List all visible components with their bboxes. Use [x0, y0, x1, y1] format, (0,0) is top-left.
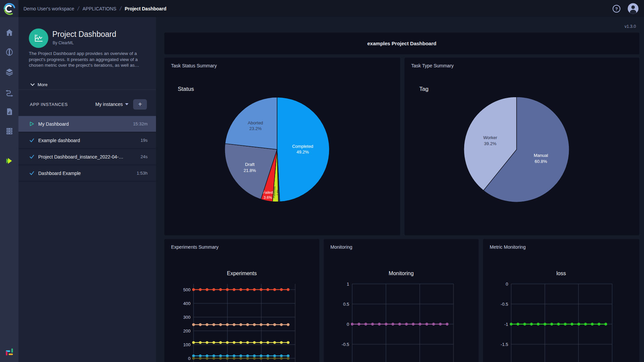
- instance-name: My Dashboard: [38, 121, 130, 127]
- breadcrumb: Demo User's workspace / APPLICATIONS / P…: [23, 0, 166, 17]
- line-chart-title: Monitoring: [324, 270, 479, 277]
- instances-header-label: APP INSTANCES: [30, 102, 95, 107]
- instances-filter-label: My instances: [95, 102, 123, 107]
- card-monitoring: Monitoring Monitoring 10.50-0.5: [324, 239, 479, 362]
- instances-filter-dropdown[interactable]: My instances: [95, 102, 128, 107]
- card-title: Monitoring: [330, 244, 352, 250]
- banner-title: examples Project Dashboard: [367, 41, 436, 46]
- loss-line-chart[interactable]: 0-0.5-1-1.5: [483, 279, 638, 362]
- dashboard-banner: examples Project Dashboard: [164, 33, 639, 54]
- svg-text:0: 0: [506, 282, 508, 287]
- avatar[interactable]: [628, 3, 639, 14]
- completed-check-icon: [30, 138, 34, 142]
- pipelines-icon[interactable]: [5, 88, 14, 97]
- card-task-status-summary: Task Status Summary Status Completed49.2…: [164, 58, 400, 235]
- app-byline: By ClearML: [53, 41, 74, 45]
- instance-time: 1:53h: [137, 171, 148, 176]
- tag-pie-chart[interactable]: Manual60.8%Worker39.2%: [405, 58, 639, 235]
- applications-icon-active[interactable]: [5, 157, 14, 165]
- app-description: The Project Dashboard app provides an ov…: [29, 51, 147, 68]
- breadcrumb-separator: /: [77, 5, 80, 12]
- svg-text:1: 1: [347, 282, 349, 287]
- more-label: More: [38, 82, 48, 87]
- card-metric-monitoring: Metric Monitoring loss 0-0.5-1-1.5: [483, 239, 639, 362]
- panel-divider: [18, 89, 156, 90]
- breadcrumb-workspace[interactable]: Demo User's workspace: [23, 6, 74, 11]
- app-chart-glyph-icon: [33, 33, 44, 44]
- completed-check-icon: [30, 171, 34, 175]
- instance-row[interactable]: My Dashboard 15:32m: [18, 116, 156, 132]
- caret-down-icon: [125, 103, 128, 105]
- projects-brain-icon[interactable]: [5, 48, 14, 56]
- line-chart-title: loss: [483, 270, 639, 277]
- experiments-line-chart[interactable]: 5004003002001000: [164, 279, 319, 362]
- instance-name: Project Dashboard_instance_2022-04-…: [38, 154, 137, 160]
- app-title: Project Dashboard: [52, 30, 116, 39]
- add-instance-button[interactable]: +: [133, 99, 147, 110]
- svg-text:?: ?: [615, 6, 618, 11]
- svg-text:-1: -1: [504, 322, 508, 327]
- instance-name: Dashboard Example: [38, 171, 133, 176]
- svg-text:400: 400: [183, 301, 191, 306]
- more-toggle[interactable]: More: [31, 82, 48, 87]
- instance-time: 24s: [141, 154, 148, 159]
- svg-text:-0.5: -0.5: [501, 302, 508, 307]
- svg-text:-0.5: -0.5: [342, 342, 349, 347]
- svg-text:0.5: 0.5: [343, 302, 349, 307]
- instance-time: 19s: [141, 138, 148, 143]
- line-chart-title: Experiments: [164, 270, 319, 277]
- card-title: Metric Monitoring: [490, 244, 526, 250]
- monitoring-line-chart[interactable]: 10.50-0.5: [324, 279, 479, 362]
- svg-text:-1.5: -1.5: [501, 342, 508, 347]
- help-icon[interactable]: ?: [612, 4, 621, 13]
- svg-text:500: 500: [183, 287, 191, 292]
- svg-text:200: 200: [183, 328, 191, 334]
- svg-text:300: 300: [183, 315, 191, 320]
- running-play-icon: [30, 122, 34, 126]
- app-panel: Project Dashboard By ClearML The Project…: [18, 17, 156, 362]
- top-bar: Demo User's workspace / APPLICATIONS / P…: [0, 0, 644, 17]
- card-experiments-summary: Experiments Summary Experiments 50040030…: [164, 239, 319, 362]
- home-icon[interactable]: [5, 28, 14, 37]
- instances-list: My Dashboard 15:32m Example dashboard 19…: [18, 116, 156, 182]
- slack-icon[interactable]: [5, 347, 14, 357]
- card-title: Experiments Summary: [171, 244, 219, 250]
- completed-check-icon: [30, 155, 34, 159]
- svg-text:0: 0: [347, 322, 349, 327]
- clearml-logo-icon: [3, 2, 16, 15]
- instances-header: APP INSTANCES My instances +: [18, 98, 156, 110]
- chevron-down-icon: [31, 83, 35, 86]
- instance-row[interactable]: Dashboard Example 1:53h: [18, 165, 156, 182]
- breadcrumb-applications[interactable]: APPLICATIONS: [83, 6, 116, 11]
- side-rail: [0, 17, 18, 362]
- status-pie-chart[interactable]: Completed49.2%Published1.8%Failed3.6%Dra…: [164, 58, 400, 235]
- datasets-layers-icon[interactable]: [5, 68, 14, 76]
- instance-row[interactable]: Example dashboard 19s: [18, 132, 156, 149]
- clearml-logo[interactable]: [0, 0, 18, 17]
- topbar-actions: ?: [612, 0, 639, 17]
- card-task-type-summary: Task Type Summary Tag Manual60.8%Worker3…: [405, 58, 639, 235]
- svg-text:0: 0: [188, 356, 191, 361]
- breadcrumb-current: Project Dashboard: [125, 6, 166, 11]
- reports-icon[interactable]: [5, 107, 14, 116]
- instance-time: 15:32m: [133, 121, 148, 126]
- svg-text:100: 100: [183, 342, 191, 347]
- instance-row[interactable]: Project Dashboard_instance_2022-04-… 24s: [18, 149, 156, 165]
- breadcrumb-separator: /: [119, 5, 122, 12]
- app-version: v1.3.0: [625, 24, 636, 29]
- instance-name: Example dashboard: [38, 138, 137, 143]
- workers-servers-icon[interactable]: [5, 127, 14, 135]
- app-icon: [29, 28, 48, 48]
- main-content: v1.3.0 examples Project Dashboard Task S…: [156, 17, 644, 362]
